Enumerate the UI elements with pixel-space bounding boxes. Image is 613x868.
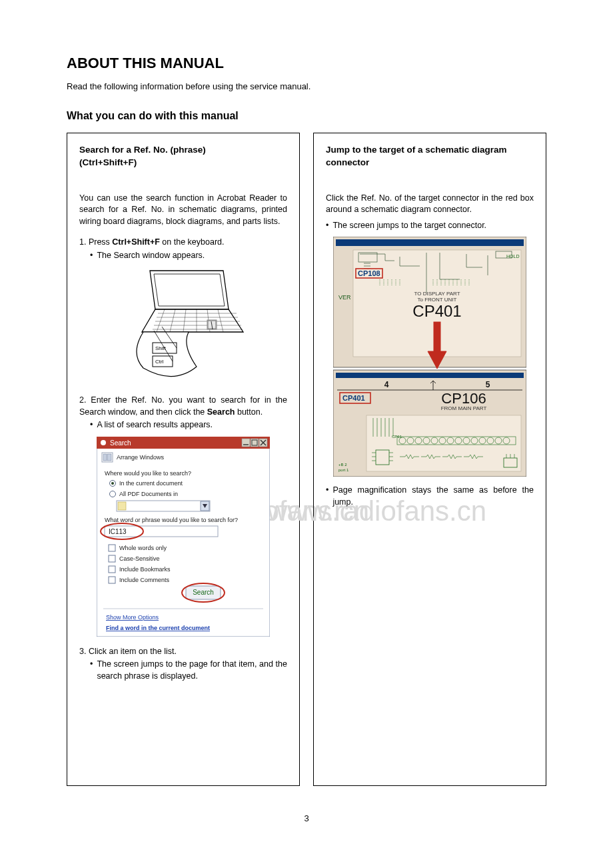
ctrl-key-label: Ctrl <box>155 359 164 365</box>
svg-rect-47 <box>336 239 524 246</box>
left-box-title: Search for a Ref. No. (phrase) (Ctrl+Shi… <box>79 144 287 168</box>
svg-point-107 <box>487 437 494 444</box>
search-dialog-figure: Search Arrange Windows Where would you l… <box>79 437 287 637</box>
right-bullet2-text: Page magnification stays the same as bef… <box>332 485 534 508</box>
svg-text:HOLD: HOLD <box>506 254 519 259</box>
bullet-icon <box>326 220 328 232</box>
svg-text:+B 2: +B 2 <box>338 463 347 467</box>
right-paragraph-1: Click the Ref. No. of the target connect… <box>326 193 534 216</box>
intro-text: Read the following information before us… <box>67 81 546 93</box>
svg-point-102 <box>447 437 454 444</box>
step2-suffix: button. <box>235 407 263 417</box>
bullet-icon <box>90 419 93 431</box>
cb-comm: Include Comments <box>119 577 170 583</box>
right-box: www.radiofans.cn Jump to the target of a… <box>313 133 546 786</box>
link-more-options: Show More Options <box>106 614 159 621</box>
dialog-title: Search <box>110 439 131 447</box>
step2-bullet-text: A list of search results appears. <box>97 419 213 431</box>
svg-point-105 <box>471 437 478 444</box>
cp106-label: CP106 <box>441 390 486 407</box>
svg-rect-34 <box>117 501 210 511</box>
svg-point-104 <box>463 437 470 444</box>
laptop-svg: Shift Ctrl <box>110 267 257 387</box>
num-4: 4 <box>384 380 389 389</box>
search-button-label: Search <box>193 589 214 596</box>
dialog-q2: What word or phrase would you like to se… <box>105 517 238 523</box>
two-column-layout: www.radiofans.cn Search for a Ref. No. (… <box>67 133 546 786</box>
svg-rect-41 <box>109 566 115 573</box>
right-bullet1-text: The screen jumps to the target connector… <box>332 220 486 232</box>
svg-point-97 <box>407 437 414 444</box>
num-5: 5 <box>486 380 490 389</box>
svg-point-103 <box>455 437 462 444</box>
svg-point-108 <box>495 437 502 444</box>
svg-rect-29 <box>103 454 107 461</box>
dialog-q1: Where would you like to search? <box>105 470 191 477</box>
left-title-line2: (Ctrl+Shift+F) <box>79 157 287 169</box>
step1-prefix: 1. Press <box>79 237 112 247</box>
svg-point-101 <box>439 437 446 444</box>
right-box-title: Jump to the target of a schematic diagra… <box>326 144 534 168</box>
section-heading: What you can do with this manual <box>67 109 546 123</box>
bullet-icon <box>90 250 93 262</box>
search-dialog-svg: Search Arrange Windows Where would you l… <box>97 437 270 637</box>
step2-bullet-row: A list of search results appears. <box>79 419 287 431</box>
bullet-icon <box>326 485 328 508</box>
step-3: 3. Click an item on the list. <box>79 646 287 658</box>
step2-bold: Search <box>207 407 235 417</box>
left-paragraph-1: You can use the search function in Acrob… <box>79 193 287 228</box>
svg-point-109 <box>503 437 510 444</box>
svg-rect-40 <box>109 555 115 562</box>
step3-bullet-text: The screen jumps to the page for that it… <box>97 659 287 682</box>
svg-point-32 <box>111 482 114 485</box>
svg-point-106 <box>479 437 486 444</box>
ver-label: VER <box>338 294 351 301</box>
schematic-figure: HOLD <box>326 237 534 477</box>
svg-rect-39 <box>109 545 115 551</box>
step1-suffix: on the keyboard. <box>160 237 225 247</box>
svg-point-33 <box>110 491 116 497</box>
page-title: ABOUT THIS MANUAL <box>67 53 546 74</box>
bullet-icon <box>90 659 93 682</box>
svg-rect-35 <box>118 502 126 510</box>
from-main-label: FROM MAIN PART <box>441 405 487 411</box>
arrange-windows-label: Arrange Windows <box>117 454 165 461</box>
step1-keys: Ctrl+Shift+F <box>112 237 160 247</box>
svg-text:port 1: port 1 <box>338 468 349 472</box>
radio-current-doc: In the current document <box>119 480 183 487</box>
svg-rect-21 <box>242 439 250 447</box>
left-box: www.radiofans.cn Search for a Ref. No. (… <box>67 133 300 786</box>
svg-point-98 <box>415 437 422 444</box>
cp401-big: CP401 <box>412 302 461 320</box>
schematic-svg: HOLD <box>333 237 526 477</box>
search-input-value: IC113 <box>109 528 127 535</box>
cb-book: Include Bookmarks <box>119 566 171 573</box>
radio-all-pdf: All PDF Documents in <box>119 491 178 497</box>
svg-rect-30 <box>107 454 111 461</box>
svg-rect-71 <box>336 373 524 378</box>
step-2: 2. Enter the Ref. No. you want to search… <box>79 395 287 418</box>
cp108-label: CP108 <box>358 269 380 277</box>
page-number: 3 <box>67 813 546 825</box>
laptop-figure: Shift Ctrl <box>79 267 287 387</box>
svg-point-100 <box>431 437 438 444</box>
cp401-small: CP401 <box>342 394 365 402</box>
step1-bullet-row: The Search window appears. <box>79 250 287 262</box>
svg-rect-69 <box>434 322 440 353</box>
right-bullet-1: The screen jumps to the target connector… <box>326 220 534 232</box>
cb-whole: Whole words only <box>119 545 167 551</box>
cp61-label: CP61 <box>392 435 402 439</box>
link-find-word: Find a word in the current document <box>106 625 210 631</box>
right-bullet-2: Page magnification stays the same as bef… <box>326 485 534 508</box>
svg-rect-42 <box>109 577 115 583</box>
step-1: 1. Press Ctrl+Shift+F on the keyboard. <box>79 237 287 249</box>
to-display-line1: TO DISPLAY PART <box>414 291 460 297</box>
svg-point-99 <box>423 437 430 444</box>
step1-bullet-text: The Search window appears. <box>97 250 205 262</box>
cb-case: Case-Sensitive <box>119 555 160 562</box>
left-title-line1: Search for a Ref. No. (phrase) <box>79 144 287 156</box>
step3-bullet-row: The screen jumps to the page for that it… <box>79 659 287 682</box>
svg-point-20 <box>101 440 106 445</box>
